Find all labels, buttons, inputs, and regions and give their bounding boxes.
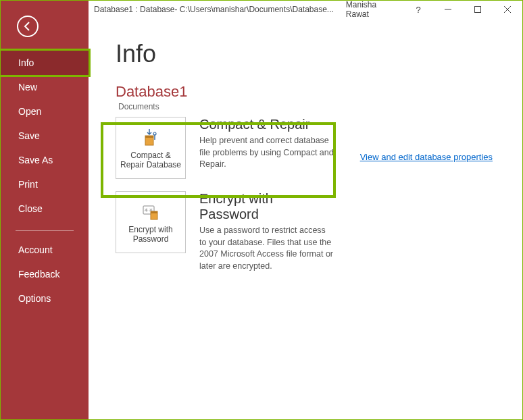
sidebar-item-label: Save xyxy=(18,130,40,141)
compact-repair-button[interactable]: Compact & Repair Database xyxy=(116,117,186,179)
help-button[interactable]: ? xyxy=(403,1,433,18)
sidebar-item-label: Save As xyxy=(18,155,53,165)
sidebar-item-label: Info xyxy=(18,57,34,68)
sidebar-menu: Info New Open Save Save As Print Close A… xyxy=(1,51,89,311)
maximize-button[interactable] xyxy=(463,1,493,18)
svg-rect-10 xyxy=(151,211,157,213)
back-arrow-icon xyxy=(22,21,33,32)
sidebar-item-info[interactable]: Info xyxy=(0,49,91,77)
sidebar-item-label: Close xyxy=(18,203,43,214)
content-area: Info Database1 Documents xyxy=(89,18,522,419)
database-name: Database1 xyxy=(116,83,495,101)
minimize-button[interactable] xyxy=(433,1,463,18)
sidebar-item-save[interactable]: Save xyxy=(1,124,89,148)
compact-repair-text: Compact & Repair Help prevent and correc… xyxy=(199,117,334,171)
actions-list: Compact & Repair Database Compact & Repa… xyxy=(116,117,495,272)
view-properties-link[interactable]: View and edit database properties xyxy=(360,152,493,162)
sidebar-item-new[interactable]: New xyxy=(1,75,89,99)
sidebar-item-feedback[interactable]: Feedback xyxy=(1,262,89,286)
sidebar-divider xyxy=(16,230,74,231)
encrypt-password-text: Encrypt with Password Use a password to … xyxy=(199,191,334,272)
action-description: Help prevent and correct database file p… xyxy=(199,135,334,171)
username-label: Manisha Rawat xyxy=(346,0,395,19)
sidebar-item-label: Open xyxy=(18,106,41,117)
close-button[interactable] xyxy=(493,1,522,18)
main-area: Database1 : Database- C:\Users\manishar\… xyxy=(89,1,522,419)
compact-repair-icon xyxy=(140,126,161,148)
sidebar-item-account[interactable]: Account xyxy=(1,238,89,262)
backstage-sidebar: Info New Open Save Save As Print Close A… xyxy=(1,1,89,419)
titlebar: Database1 : Database- C:\Users\manishar\… xyxy=(89,1,522,18)
back-button[interactable] xyxy=(17,16,39,37)
close-icon xyxy=(504,6,511,13)
app-window: Info New Open Save Save As Print Close A… xyxy=(0,0,523,420)
tile-label: Compact & Repair Database xyxy=(119,151,182,170)
svg-rect-1 xyxy=(475,7,481,13)
encrypt-password-button[interactable]: ✳✳ Encrypt with Password xyxy=(116,191,186,253)
encrypt-icon: ✳✳ xyxy=(140,201,161,222)
sidebar-item-close[interactable]: Close xyxy=(1,196,89,221)
page-title: Info xyxy=(116,40,495,68)
maximize-icon xyxy=(474,6,481,13)
svg-rect-5 xyxy=(145,136,153,138)
sidebar-item-label: Feedback xyxy=(18,269,59,280)
path-label: Documents xyxy=(118,102,495,111)
sidebar-item-open[interactable]: Open xyxy=(1,99,89,124)
window-controls: ? xyxy=(403,1,522,18)
sidebar-item-print[interactable]: Print xyxy=(1,172,89,196)
sidebar-item-options[interactable]: Options xyxy=(1,286,89,311)
sidebar-item-label: Options xyxy=(18,293,51,304)
help-icon: ? xyxy=(416,5,420,15)
action-title: Compact & Repair xyxy=(199,117,334,132)
tile-label: Encrypt with Password xyxy=(119,225,182,244)
action-description: Use a password to restrict access to you… xyxy=(199,225,334,272)
action-row-compact: Compact & Repair Database Compact & Repa… xyxy=(116,117,495,179)
sidebar-item-label: New xyxy=(18,82,37,93)
sidebar-item-label: Account xyxy=(18,244,53,255)
window-title: Database1 : Database- C:\Users\manishar\… xyxy=(94,5,334,14)
sidebar-item-saveas[interactable]: Save As xyxy=(1,148,89,172)
sidebar-item-label: Print xyxy=(18,179,38,190)
minimize-icon xyxy=(445,6,451,13)
action-row-encrypt: ✳✳ Encrypt with Password Encrypt with Pa… xyxy=(116,191,495,272)
action-title: Encrypt with Password xyxy=(199,191,334,222)
